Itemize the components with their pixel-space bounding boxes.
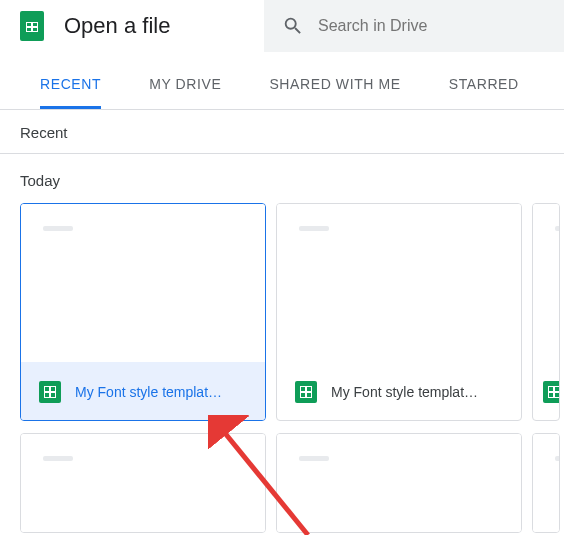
search-container[interactable] xyxy=(264,0,564,52)
sheets-file-icon xyxy=(543,381,560,403)
file-card-footer: My Font style templat… xyxy=(21,362,265,420)
file-thumbnail xyxy=(533,204,559,362)
file-thumbnail xyxy=(533,434,559,532)
file-thumbnail xyxy=(277,434,521,532)
file-thumbnail xyxy=(21,204,265,362)
sheets-app-icon xyxy=(20,11,44,41)
search-icon xyxy=(282,15,304,37)
tab-my-drive[interactable]: MY DRIVE xyxy=(149,76,221,109)
file-card-footer xyxy=(533,362,560,420)
file-card-partial[interactable] xyxy=(532,203,560,421)
file-name: My Font style templat… xyxy=(75,384,222,400)
group-label: Today xyxy=(0,154,564,203)
sheets-file-icon xyxy=(39,381,61,403)
dialog-header: Open a file xyxy=(0,0,564,52)
dialog-title: Open a file xyxy=(64,13,170,39)
file-grid-row-1: My Font style templat… My Font style tem… xyxy=(0,203,564,421)
file-card-footer: My Font style templat… xyxy=(277,362,521,420)
section-label: Recent xyxy=(0,110,564,153)
tab-recent[interactable]: RECENT xyxy=(40,76,101,109)
file-name: My Font style templat… xyxy=(331,384,478,400)
file-card[interactable]: My Font style templat… xyxy=(276,203,522,421)
search-input[interactable] xyxy=(318,17,564,35)
tab-bar: RECENT MY DRIVE SHARED WITH ME STARRED xyxy=(0,52,564,109)
tab-shared-with-me[interactable]: SHARED WITH ME xyxy=(269,76,400,109)
file-card[interactable] xyxy=(276,433,522,533)
sheets-file-icon xyxy=(295,381,317,403)
file-card[interactable] xyxy=(20,433,266,533)
tab-starred[interactable]: STARRED xyxy=(449,76,519,109)
file-card[interactable]: My Font style templat… xyxy=(20,203,266,421)
file-card-partial[interactable] xyxy=(532,433,560,533)
file-thumbnail xyxy=(277,204,521,362)
file-grid-row-2 xyxy=(0,433,564,533)
file-thumbnail xyxy=(21,434,265,532)
